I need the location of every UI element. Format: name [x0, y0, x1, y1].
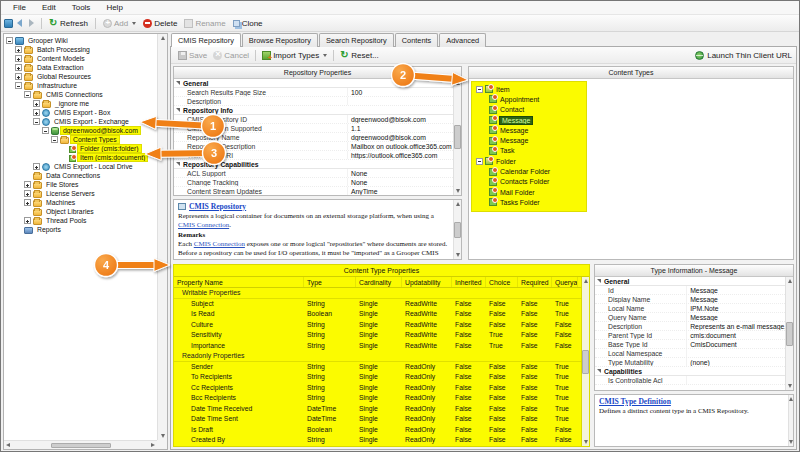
expand-icon[interactable] [15, 55, 22, 62]
scroll-up-icon[interactable] [788, 279, 792, 283]
scroll-up-icon[interactable] [161, 36, 165, 40]
tab-cmis-repository[interactable]: CMIS Repository [171, 33, 241, 47]
property-category[interactable]: Repository Capabilities [174, 160, 453, 169]
property-category[interactable]: General [595, 277, 785, 286]
property-row[interactable]: Is Controllable Acl [595, 376, 785, 385]
forward-icon[interactable] [29, 19, 34, 27]
type-definition-scrollbar[interactable] [788, 395, 793, 446]
property-row[interactable]: Change TrackingNone [174, 178, 453, 187]
property-row[interactable]: Base Type IdCmisDocument [595, 340, 785, 349]
tree-item[interactable]: File Stores [6, 180, 157, 189]
cmis-repository-link[interactable]: CMIS Repository [189, 202, 246, 211]
scroll-down-icon[interactable] [456, 189, 460, 193]
property-category[interactable]: General [174, 79, 453, 88]
tree-vertical-scrollbar[interactable] [157, 34, 167, 440]
collapse-icon[interactable] [24, 91, 31, 98]
table-row[interactable]: Date Time CreatedDateTimeSingleReadOnlyF… [174, 446, 581, 447]
tree-item[interactable]: Data Connections [6, 171, 157, 180]
property-row[interactable]: ACL SupportNone [174, 169, 453, 178]
expand-icon[interactable] [15, 46, 22, 53]
scroll-down-icon[interactable] [789, 440, 793, 444]
property-row[interactable]: DescriptionRepresents an e-mail message.… [595, 322, 785, 331]
property-row[interactable]: Content Stream UpdatesAnyTime [174, 187, 453, 195]
tree-item[interactable]: Content Models [6, 54, 157, 63]
expand-icon[interactable] [15, 64, 22, 71]
tab-contents[interactable]: Contents [395, 33, 439, 47]
collapse-icon[interactable] [476, 158, 483, 165]
scroll-up-icon[interactable] [456, 81, 460, 85]
property-row[interactable]: IdMessage [595, 286, 785, 295]
property-row[interactable]: Parent Type Idcmis:document [595, 331, 785, 340]
column-header-queryable[interactable]: Queryable [552, 277, 578, 287]
scroll-up-icon[interactable] [584, 279, 588, 283]
clone-button[interactable]: Clone [230, 18, 266, 29]
content-type-item[interactable]: Appointment [474, 94, 586, 104]
content-type-item[interactable]: Message [474, 135, 586, 145]
cmis-connection-link[interactable]: CMIS Connection [194, 240, 245, 248]
content-type-item[interactable]: Mail Folder [474, 187, 586, 197]
table-row[interactable]: SenderStringSingleReadOnlyFalseFalseFals… [174, 362, 581, 373]
column-header-inherited[interactable]: Inherited [452, 277, 486, 287]
scroll-left-icon[interactable] [6, 443, 10, 447]
scrollbar-thumb[interactable] [51, 443, 111, 448]
expand-icon[interactable] [24, 181, 31, 188]
save-button[interactable]: Save [175, 50, 210, 61]
content-type-item[interactable]: Message [474, 115, 586, 125]
tree-item[interactable]: Thread Pools [6, 216, 157, 225]
property-row[interactable]: Local Namespace [595, 349, 785, 358]
launch-thin-client-button[interactable]: Launch Thin Client URL [695, 51, 792, 60]
menu-item-help[interactable]: Help [98, 1, 130, 14]
tab-advanced[interactable]: Advanced [439, 33, 486, 47]
reset-button[interactable]: Reset... [337, 50, 382, 61]
tree-item[interactable]: Object Libraries [6, 207, 157, 216]
content-type-item[interactable]: Folder [474, 156, 586, 166]
table-row[interactable]: Date Time SentDateTimeSingleReadOnlyFals… [174, 414, 581, 425]
property-row[interactable]: Search Results Page Size100 [174, 88, 453, 97]
table-vertical-scrollbar[interactable] [581, 277, 589, 446]
table-row[interactable]: ImportanceStringSingleReadWriteFalseTrue… [174, 341, 581, 352]
table-row[interactable]: To RecipientsStringSingleReadOnlyFalseFa… [174, 372, 581, 383]
expand-icon[interactable] [33, 109, 40, 116]
table-row[interactable]: CultureStringSingleReadWriteFalseFalseFa… [174, 320, 581, 331]
content-type-item[interactable]: Calendar Folder [474, 166, 586, 176]
tree-item[interactable]: Folder (cmis:folder) [6, 144, 157, 153]
table-row[interactable]: SubjectStringSingleReadWriteFalseFalseFa… [174, 299, 581, 310]
scroll-right-icon[interactable] [151, 443, 155, 447]
content-type-item[interactable]: Item [474, 84, 586, 94]
collapse-icon[interactable] [15, 82, 22, 89]
table-row[interactable]: Is ReadBooleanSingleReadWriteFalseFalseF… [174, 309, 581, 320]
expand-icon[interactable] [15, 73, 22, 80]
expand-icon[interactable] [24, 199, 31, 206]
delete-button[interactable]: Delete [140, 18, 180, 29]
tree-item[interactable]: _ignore me [6, 99, 157, 108]
tree-item[interactable]: dgreenwood@bisok.com [6, 126, 157, 135]
content-type-item[interactable]: Message [474, 125, 586, 135]
rename-button[interactable]: Rename [181, 18, 228, 29]
scroll-down-icon[interactable] [584, 440, 588, 444]
collapse-icon[interactable] [33, 118, 40, 125]
table-row[interactable]: Is DraftBooleanSingleReadOnlyFalseFalseF… [174, 425, 581, 436]
table-row[interactable]: Cc RecipientsStringSingleReadOnlyFalseFa… [174, 383, 581, 394]
column-header-choice[interactable]: Choice [486, 277, 518, 287]
tree-item[interactable]: CMIS Export - Exchange [6, 117, 157, 126]
scroll-up-icon[interactable] [789, 397, 793, 401]
add-button[interactable]: Add [100, 18, 139, 29]
tree-item[interactable]: CMIS Connections [6, 90, 157, 99]
tree-item[interactable]: Grooper Wiki [6, 36, 157, 45]
table-row[interactable]: Date Time ReceivedDateTimeSingleReadOnly… [174, 404, 581, 415]
expand-icon[interactable] [33, 163, 40, 170]
tree-item[interactable]: Item (cmis:document) [6, 153, 157, 162]
cmis-type-definition-link[interactable]: CMIS Type Definition [599, 397, 671, 406]
back-icon[interactable] [17, 19, 22, 27]
tree-item[interactable]: CMIS Export - Local Drive [6, 162, 157, 171]
scrollbar-thumb[interactable] [582, 350, 589, 374]
property-category[interactable]: Repository Info [174, 106, 453, 115]
collapse-icon[interactable] [51, 136, 58, 143]
scroll-down-icon[interactable] [456, 253, 460, 257]
tree-item[interactable]: Content Types [6, 135, 157, 144]
column-header-cardinality[interactable]: Cardinality [356, 277, 402, 287]
tab-browse-repository[interactable]: Browse Repository [242, 33, 318, 47]
property-category[interactable]: Capabilities [595, 367, 785, 376]
scrollbar-thumb[interactable] [786, 322, 793, 346]
content-type-item[interactable]: Contact [474, 105, 586, 115]
